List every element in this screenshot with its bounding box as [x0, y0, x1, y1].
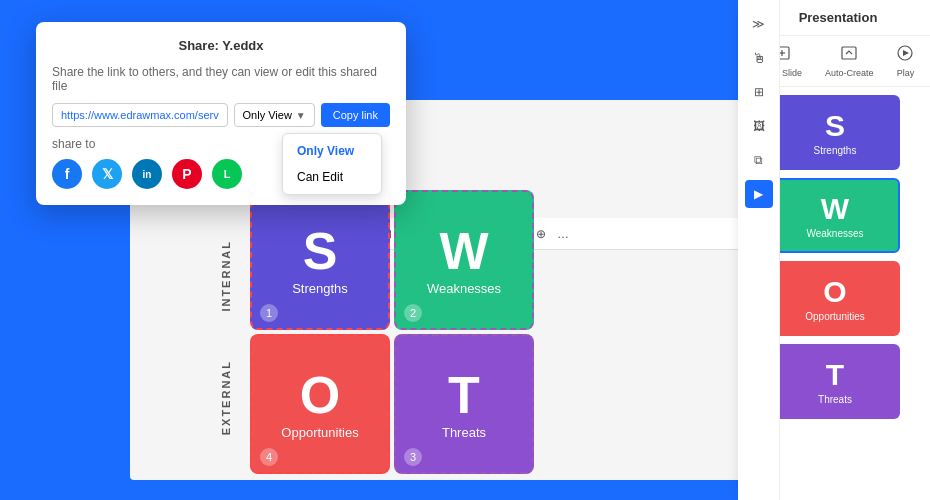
auto-create-icon — [840, 44, 858, 66]
swot-label-t: Threats — [442, 425, 486, 440]
slide-thumb-2[interactable]: W Weaknesses — [770, 178, 900, 253]
swot-label-s: Strengths — [292, 281, 348, 296]
swot-cell-w[interactable]: W Weaknesses 2 — [394, 190, 534, 330]
slide-thumb-4[interactable]: T Threats — [770, 344, 900, 419]
slide-thumb-label-1: Strengths — [814, 145, 857, 156]
modal-title: Share: Y.eddx — [52, 38, 390, 53]
slide-thumb-letter-2: W — [821, 192, 849, 226]
auto-create-label: Auto-Create — [825, 68, 874, 78]
play-label: Play — [897, 68, 915, 78]
swot-letter-s: S — [303, 225, 338, 277]
panel-title: Presentation — [758, 10, 918, 25]
slide-thumb-label-2: Weaknesses — [806, 228, 863, 239]
slide-thumb-3[interactable]: O Opportunities — [770, 261, 900, 336]
permission-select[interactable]: Only View ▼ — [234, 103, 315, 127]
swot-number-w: 2 — [404, 304, 422, 322]
side-icon-present[interactable]: ▶ — [745, 180, 773, 208]
swot-letter-t: T — [448, 369, 480, 421]
toolbar-icon-13[interactable]: ⊕ — [532, 225, 550, 243]
slide-thumb-letter-3: O — [823, 275, 846, 309]
auto-create-button[interactable]: Auto-Create — [825, 44, 874, 78]
axis-label-internal: INTERNAL — [220, 240, 232, 312]
side-icon-image[interactable]: 🖼 — [745, 112, 773, 140]
swot-letter-w: W — [439, 225, 488, 277]
svg-rect-3 — [842, 47, 856, 59]
swot-label-o: Opportunities — [281, 425, 358, 440]
link-input[interactable] — [52, 103, 228, 127]
dropdown-item-only-view[interactable]: Only View — [283, 138, 381, 164]
swot-cell-t[interactable]: T Threats 3 — [394, 334, 534, 474]
modal-description: Share the link to others, and they can v… — [52, 65, 390, 93]
swot-number-o: 4 — [260, 448, 278, 466]
dropdown-item-can-edit[interactable]: Can Edit — [283, 164, 381, 190]
play-icon — [896, 44, 914, 66]
slide-thumb-letter-1: S — [825, 109, 845, 143]
facebook-icon[interactable]: f — [52, 159, 82, 189]
chevron-down-icon: ▼ — [296, 110, 306, 121]
side-icon-panel: ≫ 🖱 ⊞ 🖼 ⧉ ▶ — [738, 0, 780, 500]
slide-thumb-letter-4: T — [826, 358, 844, 392]
line-icon[interactable]: L — [212, 159, 242, 189]
side-icon-layers[interactable]: ⧉ — [745, 146, 773, 174]
twitter-icon[interactable]: 𝕏 — [92, 159, 122, 189]
side-icon-grid[interactable]: ⊞ — [745, 78, 773, 106]
permission-dropdown[interactable]: Only View Can Edit — [282, 133, 382, 195]
svg-marker-5 — [903, 50, 909, 56]
play-button[interactable]: Play — [896, 44, 914, 78]
toolbar-icon-14[interactable]: … — [554, 225, 572, 243]
slide-thumb-1[interactable]: S Strengths — [770, 95, 900, 170]
modal-link-row: Only View ▼ Copy link Only View Can Edit — [52, 103, 390, 127]
axis-label-external: EXTERNAL — [220, 360, 232, 435]
permission-label: Only View — [243, 109, 292, 121]
pinterest-icon[interactable]: P — [172, 159, 202, 189]
swot-grid: S Strengths 1 W Weaknesses 2 O Opportuni… — [250, 190, 534, 474]
swot-letter-o: O — [300, 369, 340, 421]
swot-number-s: 1 — [260, 304, 278, 322]
side-icon-expand[interactable]: ≫ — [745, 10, 773, 38]
copy-link-button[interactable]: Copy link — [321, 103, 390, 127]
linkedin-icon[interactable]: in — [132, 159, 162, 189]
swot-cell-o[interactable]: O Opportunities 4 — [250, 334, 390, 474]
slide-thumb-label-3: Opportunities — [805, 311, 864, 322]
share-modal: Share: Y.eddx Share the link to others, … — [36, 22, 406, 205]
swot-label-w: Weaknesses — [427, 281, 501, 296]
slide-thumb-label-4: Threats — [818, 394, 852, 405]
side-icon-cursor[interactable]: 🖱 — [745, 44, 773, 72]
swot-cell-s[interactable]: S Strengths 1 — [250, 190, 390, 330]
swot-number-t: 3 — [404, 448, 422, 466]
